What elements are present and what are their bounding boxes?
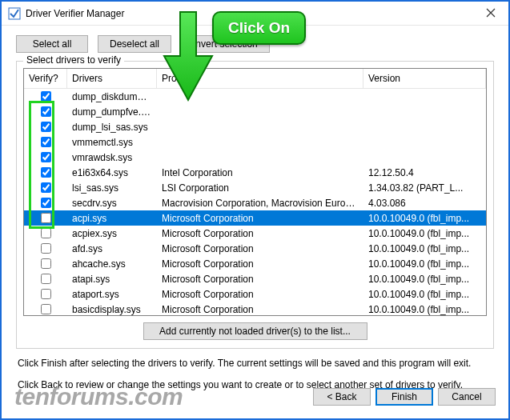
verify-checkbox[interactable]	[41, 243, 51, 254]
footer: tenforums.com < Back Finish Cancel	[0, 383, 510, 410]
version-cell: 12.12.50.4	[363, 167, 486, 178]
verify-cell	[24, 258, 67, 269]
verify-cell	[24, 137, 67, 147]
drivers-groupbox: Select drivers to verify Verify? Drivers…	[16, 61, 494, 349]
driver-cell: secdrv.sys	[67, 198, 157, 209]
verify-checkbox[interactable]	[41, 152, 51, 162]
provider-cell: Microsoft Corporation	[157, 304, 363, 315]
driver-cell: dump_dumpfve.sys	[67, 106, 157, 118]
version-cell: 1.34.03.82 (PART_L...	[363, 182, 486, 194]
table-row[interactable]: e1i63x64.sysIntel Corporation12.12.50.4	[24, 165, 486, 180]
driver-cell: ahcache.sys	[67, 258, 157, 270]
table-row[interactable]: dump_lsi_sas.sys	[24, 119, 486, 134]
drivers-listview[interactable]: Verify? Drivers Provider Version dump_di…	[23, 68, 487, 316]
verify-cell	[24, 289, 67, 299]
select-all-button[interactable]: Select all	[16, 35, 88, 53]
table-row[interactable]: basicdisplay.sysMicrosoft Corporation10.…	[24, 302, 486, 315]
table-row[interactable]: vmmemctl.sys	[24, 134, 486, 150]
hint-line-1: Click Finish after selecting the drivers…	[18, 357, 492, 370]
table-row[interactable]: ataport.sysMicrosoft Corporation10.0.100…	[24, 286, 486, 302]
driver-cell: basicdisplay.sys	[67, 304, 157, 315]
verify-checkbox[interactable]	[41, 304, 51, 314]
table-row[interactable]: acpiex.sysMicrosoft Corporation10.0.1004…	[24, 226, 486, 241]
version-cell: 10.0.10049.0 (fbl_imp...	[363, 213, 486, 224]
rows-container: dump_diskdump.sysdump_dumpfve.sysdump_ls…	[24, 89, 486, 315]
titlebar: Driver Verifier Manager	[2, 2, 508, 26]
driver-cell: atapi.sys	[67, 274, 157, 285]
verify-cell	[24, 91, 67, 102]
verify-checkbox[interactable]	[41, 182, 51, 193]
version-cell: 4.03.086	[363, 198, 486, 209]
driver-cell: acpi.sys	[67, 213, 157, 224]
finish-button[interactable]: Finish	[375, 388, 433, 406]
top-button-row: Select all Deselect all Invert selection	[16, 35, 494, 53]
verify-cell	[24, 182, 67, 193]
provider-cell: Microsoft Corporation	[157, 243, 363, 254]
provider-cell: Intel Corporation	[157, 167, 363, 178]
verify-checkbox[interactable]	[41, 91, 51, 102]
table-row[interactable]: atapi.sysMicrosoft Corporation10.0.10049…	[24, 271, 486, 286]
column-version[interactable]: Version	[363, 69, 486, 88]
verify-cell	[24, 228, 67, 238]
verify-checkbox[interactable]	[41, 213, 51, 223]
driver-cell: vmmemctl.sys	[67, 137, 157, 148]
version-cell: 10.0.10049.0 (fbl_imp...	[363, 304, 486, 315]
table-row[interactable]: afd.sysMicrosoft Corporation10.0.10049.0…	[24, 241, 486, 256]
app-icon	[8, 7, 21, 20]
table-row[interactable]: dump_dumpfve.sys	[24, 104, 486, 119]
version-cell: 10.0.10049.0 (fbl_imp...	[363, 274, 486, 285]
verify-cell	[24, 243, 67, 254]
column-header-row: Verify? Drivers Provider Version	[24, 69, 486, 89]
version-cell: 10.0.10049.0 (fbl_imp...	[363, 258, 486, 270]
close-icon	[486, 7, 496, 20]
verify-checkbox[interactable]	[41, 198, 51, 208]
provider-cell: Microsoft Corporation	[157, 289, 363, 300]
verify-checkbox[interactable]	[41, 122, 51, 132]
verify-checkbox[interactable]	[41, 274, 51, 284]
provider-cell: Microsoft Corporation	[157, 258, 363, 270]
back-button[interactable]: < Back	[313, 388, 371, 406]
driver-cell: e1i63x64.sys	[67, 167, 157, 178]
verify-cell	[24, 304, 67, 314]
driver-cell: dump_lsi_sas.sys	[67, 122, 157, 133]
driver-cell: dump_diskdump.sys	[67, 91, 157, 102]
verify-checkbox[interactable]	[41, 258, 51, 269]
verify-cell	[24, 274, 67, 284]
group-legend: Select drivers to verify	[23, 54, 124, 66]
driver-cell: lsi_sas.sys	[67, 182, 157, 194]
deselect-all-button[interactable]: Deselect all	[98, 35, 171, 53]
add-drivers-button[interactable]: Add currently not loaded driver(s) to th…	[143, 322, 367, 340]
provider-cell: Microsoft Corporation	[157, 274, 363, 285]
driver-cell: vmrawdsk.sys	[67, 152, 157, 163]
version-cell: 10.0.10049.0 (fbl_imp...	[363, 243, 486, 254]
provider-cell: Microsoft Corporation	[157, 228, 363, 239]
verify-checkbox[interactable]	[41, 106, 51, 117]
table-row[interactable]: vmrawdsk.sys	[24, 150, 486, 165]
provider-cell: Macrovision Corporation, Macrovision Eur…	[157, 198, 363, 209]
watermark: tenforums.com	[14, 383, 183, 410]
verify-checkbox[interactable]	[41, 228, 51, 238]
window-title: Driver Verifier Manager	[26, 8, 124, 19]
table-row[interactable]: ahcache.sysMicrosoft Corporation10.0.100…	[24, 256, 486, 271]
column-verify[interactable]: Verify?	[24, 69, 67, 88]
verify-cell	[24, 167, 67, 178]
invert-selection-button[interactable]: Invert selection	[181, 35, 270, 53]
version-cell: 10.0.10049.0 (fbl_imp...	[363, 289, 486, 300]
column-drivers[interactable]: Drivers	[67, 69, 157, 88]
table-row[interactable]: dump_diskdump.sys	[24, 89, 486, 104]
verify-checkbox[interactable]	[41, 167, 51, 178]
verify-cell	[24, 106, 67, 117]
table-row[interactable]: acpi.sysMicrosoft Corporation10.0.10049.…	[24, 210, 486, 226]
driver-cell: ataport.sys	[67, 289, 157, 300]
table-row[interactable]: lsi_sas.sysLSI Corporation1.34.03.82 (PA…	[24, 180, 486, 195]
verify-checkbox[interactable]	[41, 137, 51, 147]
verify-checkbox[interactable]	[41, 289, 51, 299]
driver-cell: afd.sys	[67, 243, 157, 254]
driver-cell: acpiex.sys	[67, 228, 157, 239]
cancel-button[interactable]: Cancel	[438, 388, 496, 406]
table-row[interactable]: secdrv.sysMacrovision Corporation, Macro…	[24, 195, 486, 210]
version-cell: 10.0.10049.0 (fbl_imp...	[363, 228, 486, 239]
close-button[interactable]	[472, 2, 508, 26]
column-provider[interactable]: Provider	[157, 69, 363, 88]
provider-cell: Microsoft Corporation	[157, 213, 363, 224]
